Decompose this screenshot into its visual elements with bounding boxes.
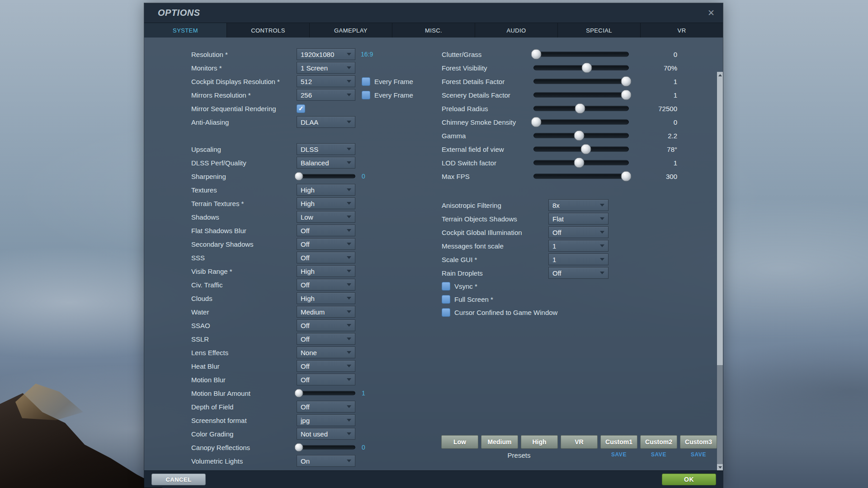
- dropdown-anti-aliasing[interactable]: DLAA: [297, 116, 355, 128]
- dropdown-monitors[interactable]: 1 Screen: [297, 62, 355, 74]
- preset-button-custom3[interactable]: Custom3: [680, 435, 717, 449]
- dropdown-textures[interactable]: High: [297, 184, 355, 196]
- save-button-custom1[interactable]: SAVE: [600, 451, 637, 458]
- dropdown-sslr[interactable]: Off: [297, 333, 355, 345]
- slider-preload-radius[interactable]: [533, 103, 629, 114]
- dropdown-secondary-shadows[interactable]: Off: [297, 238, 355, 250]
- slider-forest-details-factor[interactable]: [533, 76, 629, 87]
- scrollbar-up-button[interactable]: [717, 72, 723, 78]
- save-button-custom3[interactable]: SAVE: [680, 451, 717, 458]
- slider-handle[interactable]: [575, 103, 585, 114]
- slider-handle[interactable]: [574, 131, 585, 141]
- dropdown-scale-gui[interactable]: 1: [548, 253, 609, 265]
- setting-row-textures: TexturesHigh: [191, 183, 417, 197]
- terrain-cliff-highlight: [15, 380, 83, 420]
- checkbox-cursor-confined-to-game-window[interactable]: [442, 308, 450, 317]
- preset-button-medium[interactable]: Medium: [481, 435, 518, 449]
- dropdown-dlss-perf-quality[interactable]: Balanced: [297, 157, 355, 169]
- dropdown-lens-effects[interactable]: None: [297, 347, 355, 358]
- preset-button-custom1[interactable]: Custom1: [600, 435, 637, 449]
- dropdown-resolution[interactable]: 868x488: [297, 48, 355, 60]
- slider-handle[interactable]: [531, 117, 542, 127]
- slider-handle[interactable]: [582, 63, 592, 73]
- dropdown-messages-font-scale[interactable]: 1: [548, 240, 609, 252]
- dropdown-ssao[interactable]: Off: [297, 319, 355, 331]
- dropdown-shadows[interactable]: Low: [297, 211, 355, 223]
- slider-external-field-of-view[interactable]: [533, 144, 629, 155]
- preset-button-low[interactable]: Low: [441, 435, 478, 449]
- slider-handle[interactable]: [621, 171, 631, 182]
- slider-canopy-reflections[interactable]: [297, 443, 355, 452]
- checkbox-vsync[interactable]: [442, 282, 450, 291]
- cancel-button[interactable]: CANCEL: [151, 474, 206, 485]
- dropdown-flat-shadows-blur[interactable]: Off: [297, 225, 355, 236]
- slider-forest-visibility[interactable]: [533, 63, 629, 73]
- tab-misc[interactable]: MISC.: [392, 23, 475, 38]
- tab-vr[interactable]: VR: [641, 23, 723, 38]
- tab-gameplay[interactable]: GAMEPLAY: [310, 23, 392, 38]
- slider-chimney-smoke-density[interactable]: [533, 117, 629, 127]
- slider-handle[interactable]: [295, 443, 303, 452]
- tab-audio[interactable]: AUDIO: [475, 23, 557, 38]
- ok-button[interactable]: OK: [662, 474, 716, 485]
- preset-button-vr[interactable]: VR: [561, 435, 598, 449]
- dropdown-depth-of-field[interactable]: Off: [297, 401, 355, 413]
- close-icon[interactable]: ✕: [708, 9, 715, 17]
- slider-handle[interactable]: [295, 172, 303, 181]
- dropdown-cockpit-displays-resolution[interactable]: 512: [297, 75, 355, 87]
- setting-row-civ-traffic: Civ. TrafficOff: [191, 278, 417, 291]
- setting-row-mirror-sequential-rendering: Mirror Sequential Rendering✓: [191, 102, 417, 115]
- scrollbar-down-button[interactable]: [717, 464, 723, 470]
- slider-handle[interactable]: [581, 144, 591, 155]
- dropdown-volumetric-lights[interactable]: On: [297, 455, 355, 467]
- dropdown-cockpit-global-illumination[interactable]: Off: [548, 226, 609, 238]
- dropdown-screenshot-format[interactable]: jpg: [297, 414, 355, 426]
- setting-label: Lens Effects: [191, 349, 297, 357]
- tab-system[interactable]: SYSTEM: [144, 23, 226, 38]
- setting-label: Mirrors Resolution *: [191, 91, 297, 99]
- dropdown-sss[interactable]: Off: [297, 252, 355, 263]
- slider-handle[interactable]: [295, 389, 303, 398]
- slider-handle[interactable]: [531, 49, 542, 60]
- dropdown-terrain-textures[interactable]: High: [297, 197, 355, 209]
- slider-max-fps[interactable]: [533, 171, 629, 182]
- dropdown-visib-range[interactable]: High: [297, 265, 355, 277]
- slider-handle[interactable]: [621, 90, 631, 100]
- chevron-down-icon: [347, 432, 351, 435]
- chevron-down-icon: [347, 270, 351, 272]
- setting-label: Resolution *: [191, 51, 297, 58]
- dropdown-civ-traffic[interactable]: Off: [297, 279, 355, 291]
- scrollbar[interactable]: [717, 72, 723, 470]
- slider-handle[interactable]: [621, 76, 631, 87]
- preset-button-high[interactable]: High: [521, 435, 558, 449]
- dropdown-water[interactable]: Medium: [297, 306, 355, 318]
- slider-clutter-grass[interactable]: [533, 49, 629, 60]
- slider-handle[interactable]: [574, 158, 585, 168]
- slider-gamma[interactable]: [533, 131, 629, 141]
- setting-label: Visib Range *: [191, 267, 297, 275]
- dropdown-motion-blur[interactable]: Off: [297, 374, 355, 385]
- dropdown-clouds[interactable]: High: [297, 292, 355, 304]
- dropdown-mirrors-resolution[interactable]: 256: [297, 89, 355, 101]
- checkbox-mirror-sequential-rendering[interactable]: ✓: [297, 104, 305, 113]
- dropdown-rain-droplets[interactable]: Off: [548, 267, 609, 279]
- checkbox-cockpit-displays-resolution-every-frame[interactable]: [362, 77, 370, 86]
- dropdown-upscaling[interactable]: DLSS: [297, 143, 355, 155]
- preset-button-custom2[interactable]: Custom2: [640, 435, 677, 449]
- slider-sharpening[interactable]: [297, 172, 355, 181]
- dropdown-terrain-objects-shadows[interactable]: Flat: [548, 213, 609, 225]
- tab-controls[interactable]: CONTROLS: [227, 23, 309, 38]
- scrollbar-thumb[interactable]: [717, 78, 723, 365]
- checkbox-full-screen[interactable]: [442, 295, 450, 304]
- dropdown-value-monitors: 1 Screen: [301, 64, 328, 72]
- dropdown-anisotropic-filtering[interactable]: 8x: [548, 199, 609, 211]
- tab-special[interactable]: SPECIAL: [558, 23, 640, 38]
- dropdown-color-grading[interactable]: Not used: [297, 428, 355, 440]
- slider-scenery-details-factor[interactable]: [533, 90, 629, 100]
- dropdown-heat-blur[interactable]: Off: [297, 360, 355, 372]
- save-button-custom2[interactable]: SAVE: [640, 451, 677, 458]
- slider-lod-switch-factor[interactable]: [533, 158, 629, 168]
- slider-motion-blur-amount[interactable]: [297, 389, 355, 398]
- preset-buttons-row: LowMediumHighVRCustom1Custom2Custom3: [441, 435, 717, 449]
- checkbox-mirrors-resolution-every-frame[interactable]: [362, 91, 370, 99]
